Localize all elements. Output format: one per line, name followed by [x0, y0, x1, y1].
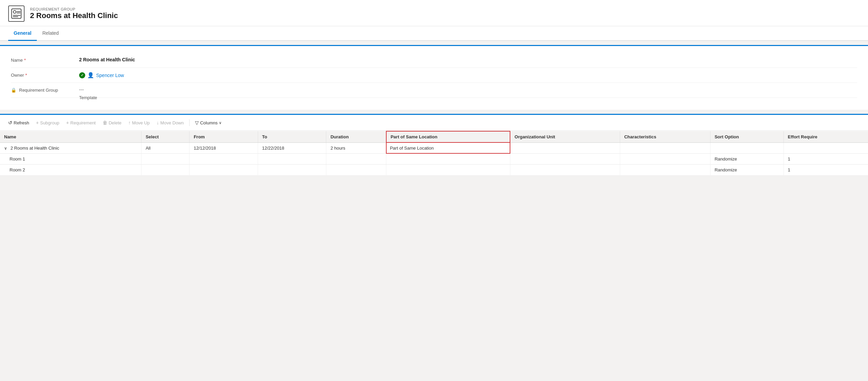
requirement-button[interactable]: + Requirement	[63, 118, 99, 127]
cell-from-2	[190, 164, 258, 175]
svg-point-1	[13, 11, 16, 13]
col-header-to: To	[258, 131, 326, 142]
columns-button[interactable]: ▽ Columns ∨	[192, 118, 224, 127]
form-section: Name * 2 Rooms at Health Clinic Owner * …	[0, 45, 868, 110]
template-label: 🔒 Requirement Group	[11, 87, 79, 93]
col-header-duration: Duration	[326, 131, 386, 142]
header-title: 2 Rooms at Health Clinic	[30, 11, 118, 20]
arrow-up-icon: ↑	[128, 120, 131, 125]
cell-to-2	[258, 164, 326, 175]
delete-button[interactable]: 🗑 Delete	[100, 118, 124, 127]
cell-name-2: Room 2	[0, 164, 141, 175]
tab-general[interactable]: General	[8, 26, 37, 41]
cell-effort-0	[783, 142, 868, 153]
cell-from-0: 12/12/2018	[190, 142, 258, 153]
page-header: REQUIREMENT GROUP 2 Rooms at Health Clin…	[0, 0, 868, 26]
tab-related[interactable]: Related	[37, 26, 64, 41]
cell-sort-option-0	[710, 142, 783, 153]
cell-characteristics-0	[620, 142, 710, 153]
cell-from-1	[190, 153, 258, 164]
cell-characteristics-1	[620, 153, 710, 164]
owner-name[interactable]: Spencer Low	[96, 73, 250, 78]
header-text: REQUIREMENT GROUP 2 Rooms at Health Clin…	[30, 7, 118, 20]
cell-org-unit-1	[510, 153, 620, 164]
template-value: ---	[79, 87, 250, 92]
tabs-bar: General Related	[0, 26, 868, 41]
refresh-icon: ↺	[8, 120, 12, 125]
header-subtitle: REQUIREMENT GROUP	[30, 7, 118, 11]
field-owner: Owner * ✓ 👤 Spencer Low	[11, 68, 857, 83]
col-header-select: Select	[141, 131, 190, 142]
grid-section: ↺ Refresh + Subgroup + Requirement 🗑 Del…	[0, 114, 868, 175]
owner-value: ✓ 👤 Spencer Low	[79, 72, 250, 78]
move-down-button[interactable]: ↓ Move Down	[154, 118, 186, 127]
plus-icon-req: +	[66, 120, 69, 125]
filter-icon: ▽	[195, 120, 199, 125]
col-header-part-of-same: Part of Same Location	[386, 131, 510, 142]
cell-sort-option-2: Randomize	[710, 164, 783, 175]
owner-check-icon: ✓	[79, 72, 85, 78]
owner-label: Owner *	[11, 72, 79, 78]
cell-name-1: Room 1	[0, 153, 141, 164]
cell-select-0: All	[141, 142, 190, 153]
cell-org-unit-0	[510, 142, 620, 153]
cell-to-1	[258, 153, 326, 164]
cell-select-2	[141, 164, 190, 175]
cell-duration-0: 2 hours	[326, 142, 386, 153]
data-grid: Name Select From To Duration Part of Sam…	[0, 131, 868, 175]
cell-name-0: ∨ 2 Rooms at Health Clinic	[0, 142, 141, 153]
col-header-effort-required: Effort Require	[783, 131, 868, 142]
name-value: 2 Rooms at Health Clinic	[79, 57, 250, 62]
col-header-characteristics: Characteristics	[620, 131, 710, 142]
table-row[interactable]: Room 1 Randomize 1	[0, 153, 868, 164]
name-label: Name *	[11, 57, 79, 63]
template-sublabel: Template	[11, 95, 857, 100]
cell-sort-option-1: Randomize	[710, 153, 783, 164]
arrow-down-icon: ↓	[156, 120, 159, 125]
chevron-down-icon: ∨	[219, 121, 222, 125]
cell-to-0: 12/22/2018	[258, 142, 326, 153]
table-header-row: Name Select From To Duration Part of Sam…	[0, 131, 868, 142]
move-up-button[interactable]: ↑ Move Up	[125, 118, 152, 127]
table-row[interactable]: Room 2 Randomize 1	[0, 164, 868, 175]
col-header-org-unit: Organizational Unit	[510, 131, 620, 142]
expand-icon-0: ∨	[4, 146, 7, 151]
cell-effort-1: 1	[783, 153, 868, 164]
required-star-owner: *	[25, 73, 27, 78]
cell-select-1	[141, 153, 190, 164]
toolbar-separator	[189, 119, 190, 126]
refresh-button[interactable]: ↺ Refresh	[5, 118, 32, 127]
col-header-sort-option: Sort Option	[710, 131, 783, 142]
col-header-name: Name	[0, 131, 141, 142]
header-icon	[8, 5, 25, 22]
user-icon: 👤	[87, 72, 94, 78]
lock-icon: 🔒	[11, 88, 16, 93]
plus-icon-subgroup: +	[36, 120, 39, 125]
cell-effort-2: 1	[783, 164, 868, 175]
table-row[interactable]: ∨ 2 Rooms at Health Clinic All 12/12/201…	[0, 142, 868, 153]
subgroup-button[interactable]: + Subgroup	[33, 118, 62, 127]
cell-duration-1	[326, 153, 386, 164]
trash-icon: 🗑	[103, 120, 107, 125]
cell-duration-2	[326, 164, 386, 175]
cell-part-of-same-1	[386, 153, 510, 164]
cell-part-of-same-2	[386, 164, 510, 175]
col-header-from: From	[190, 131, 258, 142]
field-name: Name * 2 Rooms at Health Clinic	[11, 53, 857, 68]
required-star: *	[24, 58, 26, 63]
cell-part-of-same-0: Part of Same Location	[386, 142, 510, 153]
cell-characteristics-2	[620, 164, 710, 175]
grid-toolbar: ↺ Refresh + Subgroup + Requirement 🗑 Del…	[0, 115, 868, 131]
cell-org-unit-2	[510, 164, 620, 175]
